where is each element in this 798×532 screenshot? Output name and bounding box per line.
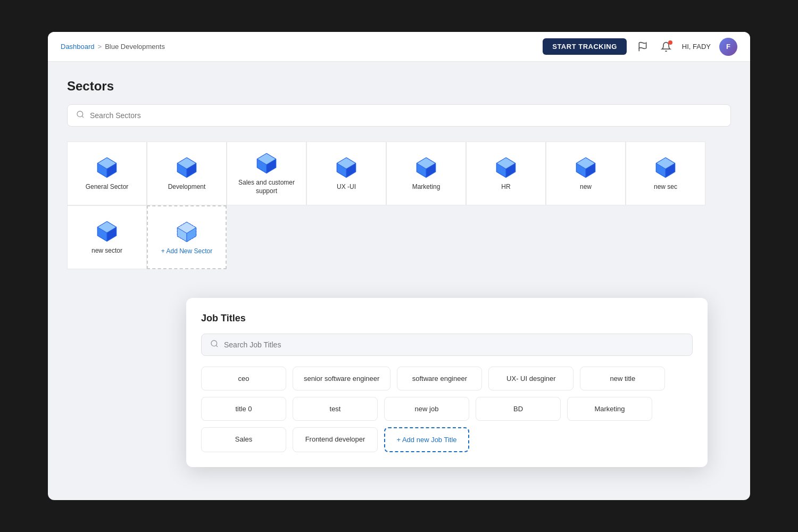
job-title-marketing[interactable]: Marketing (567, 397, 652, 421)
job-title-bd[interactable]: BD (476, 397, 561, 421)
svg-point-1 (77, 111, 83, 117)
sectors-search-bar (67, 104, 731, 127)
topbar-right: START TRACKING HI, FADY F (543, 38, 737, 56)
sector-label: new sector (92, 247, 122, 255)
job-titles-search-input[interactable] (224, 340, 684, 349)
sector-card-development[interactable]: Development (147, 142, 227, 205)
job-title-new-title[interactable]: new title (580, 367, 665, 390)
user-greeting: HI, FADY (682, 43, 711, 51)
flag-icon[interactable] (635, 39, 650, 54)
main-window: Dashboard > Blue Developments START TRAC… (48, 32, 750, 500)
start-tracking-button[interactable]: START TRACKING (543, 38, 627, 55)
search-icon (76, 110, 85, 121)
job-title-senior-sw[interactable]: senior software engineer (293, 367, 390, 390)
sector-label: General Sector (86, 183, 129, 192)
avatar[interactable]: F (719, 38, 737, 56)
sector-card-hr[interactable]: HR (466, 142, 546, 205)
sectors-grid: General Sector Development (67, 142, 731, 269)
sector-label: new sec (654, 183, 677, 192)
sector-label: new (580, 183, 592, 192)
add-sector-label: + Add New Sector (161, 247, 212, 255)
sector-card-general[interactable]: General Sector (67, 142, 147, 205)
topbar: Dashboard > Blue Developments START TRAC… (48, 32, 750, 62)
sector-card-marketing[interactable]: Marketing (386, 142, 466, 205)
sector-label: HR (501, 183, 510, 192)
job-title-test[interactable]: test (293, 397, 378, 421)
job-title-new-job[interactable]: new job (384, 397, 469, 421)
notification-badge (668, 40, 672, 45)
job-title-frontend[interactable]: Frontend developer (293, 427, 378, 452)
svg-line-2 (82, 116, 84, 118)
page-title: Sectors (67, 79, 731, 94)
sector-card-newsec[interactable]: new sec (626, 142, 705, 205)
sector-card-sales[interactable]: Sales and customer support (227, 142, 306, 205)
sectors-search-input[interactable] (90, 111, 722, 120)
sector-label: UX -UI (337, 183, 356, 192)
job-titles-search-bar (201, 334, 693, 356)
sector-card-ux[interactable]: UX -UI (306, 142, 386, 205)
job-titles-panel: Job Titles ceo senior software engineer … (186, 298, 708, 467)
job-title-ux-ui[interactable]: UX- UI desginer (488, 367, 573, 390)
svg-line-44 (216, 345, 218, 347)
sector-card-new[interactable]: new (546, 142, 626, 205)
breadcrumb: Dashboard > Blue Developments (61, 43, 165, 51)
breadcrumb-sep: > (98, 43, 102, 51)
notification-icon[interactable] (659, 39, 674, 54)
sector-label: Development (168, 183, 206, 192)
job-title-sw-eng[interactable]: software engineer (397, 367, 482, 390)
job-search-icon (210, 339, 219, 350)
job-titles-grid: ceo senior software engineer software en… (201, 367, 693, 452)
sector-card-newsector[interactable]: new sector (67, 205, 147, 269)
sector-label: Marketing (412, 183, 440, 192)
job-title-ceo[interactable]: ceo (201, 367, 286, 390)
sector-label: Sales and customer support (234, 179, 300, 195)
job-title-title0[interactable]: title 0 (201, 397, 286, 421)
job-titles-title: Job Titles (201, 313, 693, 324)
add-job-title-card[interactable]: + Add new Job Title (384, 427, 469, 452)
job-title-sales[interactable]: Sales (201, 427, 286, 452)
breadcrumb-current: Blue Developments (105, 43, 165, 51)
dashboard-link[interactable]: Dashboard (61, 43, 95, 51)
svg-point-43 (211, 340, 217, 346)
content-area: Sectors General Sector (48, 62, 750, 286)
add-sector-card[interactable]: + Add New Sector (147, 205, 227, 269)
